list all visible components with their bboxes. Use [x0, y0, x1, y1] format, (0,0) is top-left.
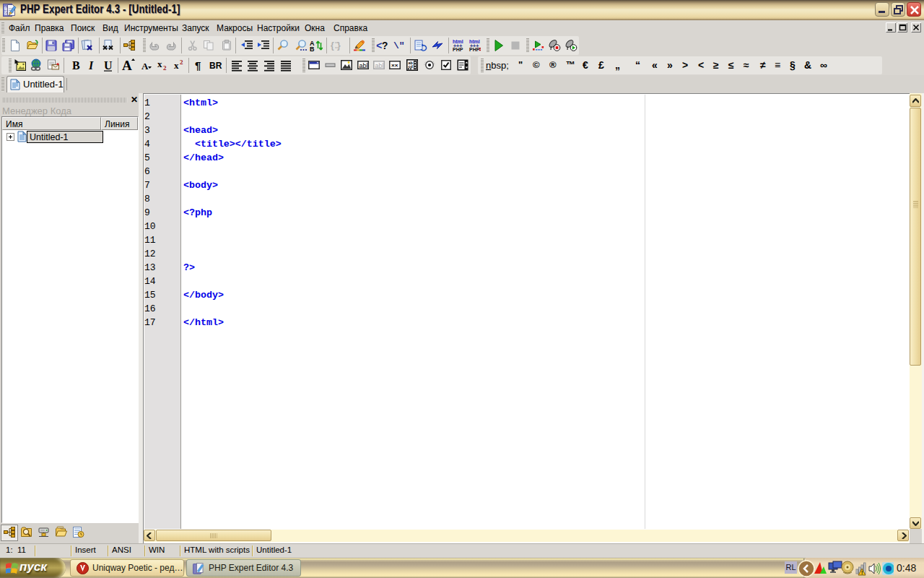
svg-text:A: A: [122, 58, 132, 73]
svg-text:?: ?: [382, 40, 388, 52]
svg-text:!: !: [861, 570, 863, 575]
svg-text:2: 2: [163, 64, 167, 72]
svg-text:2: 2: [180, 59, 183, 66]
svg-text:x: x: [157, 59, 162, 69]
svg-text:PHP: PHP: [469, 47, 480, 52]
svg-text:××: ××: [391, 62, 398, 69]
svg-text:¶: ¶: [195, 59, 201, 72]
svg-text:BR: BR: [209, 61, 222, 71]
svg-text:B: B: [310, 46, 315, 53]
svg-text:PHP: PHP: [4, 7, 8, 15]
svg-text:{: {: [331, 40, 334, 51]
svg-text:I: I: [88, 59, 94, 72]
svg-text:cd: cd: [409, 64, 413, 69]
svg-text:abl: abl: [375, 62, 384, 69]
svg-text:A: A: [141, 61, 149, 72]
svg-text:U: U: [104, 59, 113, 72]
svg-text:B: B: [72, 59, 80, 72]
svg-text:x: x: [174, 60, 179, 71]
svg-text:abl: abl: [359, 62, 368, 69]
svg-text:\": \": [393, 40, 405, 51]
svg-text:PHP: PHP: [453, 47, 463, 52]
svg-text:}: }: [337, 40, 341, 51]
